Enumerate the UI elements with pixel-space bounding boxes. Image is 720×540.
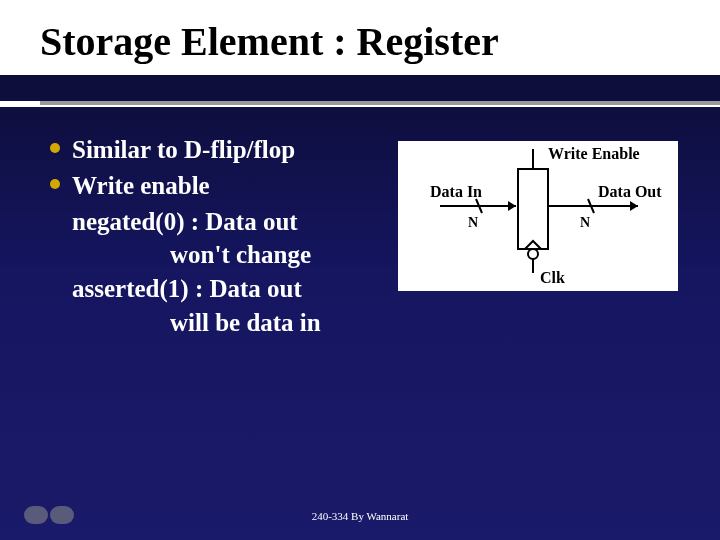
label-data-out: Data Out (598, 183, 662, 200)
list-item: Similar to D-flip/flop (50, 133, 388, 167)
list-item: Write enable (50, 169, 388, 203)
footer-text: 240-334 By Wannarat (0, 510, 720, 522)
bullet-icon (50, 143, 60, 153)
register-diagram: Write Enable Data In Data Out N N Clk (398, 141, 678, 291)
sub-line: negated(0) : Data out (50, 205, 388, 239)
diagram-column: Write Enable Data In Data Out N N Clk (388, 133, 700, 340)
title-area: Storage Element : Register (0, 0, 720, 75)
svg-point-9 (528, 249, 538, 259)
title-underline (0, 101, 720, 107)
sub-line-indent: won't change (50, 238, 388, 272)
sub-line-indent: will be data in (50, 306, 388, 340)
bullet-text: Similar to D-flip/flop (72, 133, 295, 167)
sub-line: asserted(1) : Data out (50, 272, 388, 306)
bullet-text: Write enable (72, 169, 210, 203)
svg-rect-0 (518, 169, 548, 249)
text-column: Similar to D-flip/flop Write enable nega… (50, 133, 388, 340)
bullet-icon (50, 179, 60, 189)
label-write-enable: Write Enable (548, 145, 640, 162)
svg-marker-3 (508, 201, 516, 211)
content-area: Similar to D-flip/flop Write enable nega… (0, 107, 720, 340)
slide-title: Storage Element : Register (40, 18, 700, 65)
label-n-right: N (580, 215, 590, 230)
svg-marker-6 (630, 201, 638, 211)
label-n-left: N (468, 215, 478, 230)
label-clk: Clk (540, 269, 565, 286)
label-data-in: Data In (430, 183, 482, 200)
